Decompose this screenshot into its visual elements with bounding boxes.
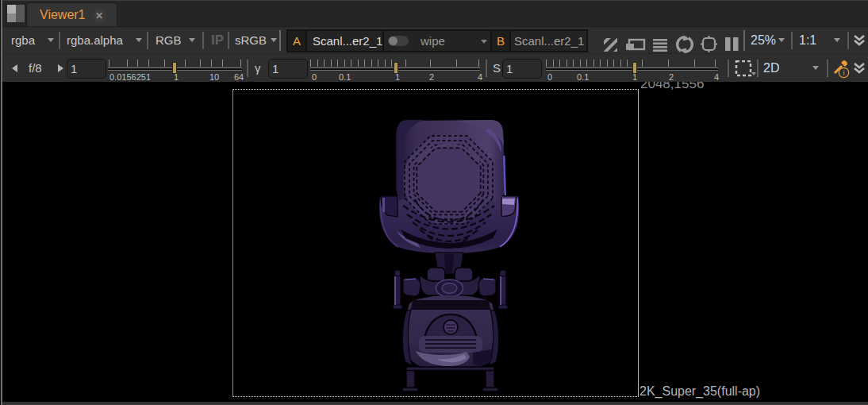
svg-text:i: i xyxy=(843,69,845,77)
